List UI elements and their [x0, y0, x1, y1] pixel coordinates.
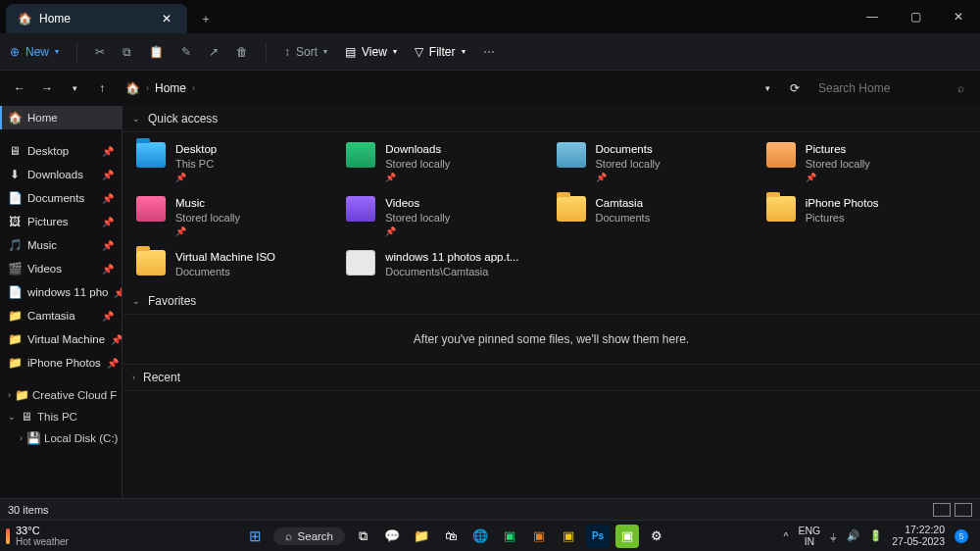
- close-window-button[interactable]: ✕: [937, 0, 980, 33]
- tab-close-icon[interactable]: ✕: [158, 10, 175, 27]
- refresh-button[interactable]: ⟳: [783, 76, 807, 100]
- quick-access-item[interactable]: MusicStored locally📌: [136, 196, 336, 238]
- app-icon[interactable]: ▣: [557, 525, 580, 548]
- battery-icon[interactable]: 🔋: [869, 529, 882, 542]
- sort-button[interactable]: ↕ Sort ▾: [284, 45, 327, 59]
- edge-icon[interactable]: 🌐: [468, 525, 492, 548]
- store-icon[interactable]: 🛍: [439, 525, 463, 548]
- wifi-icon[interactable]: ⏚: [830, 530, 837, 542]
- explorer-icon[interactable]: 📁: [410, 525, 433, 548]
- back-button[interactable]: ←: [8, 76, 31, 100]
- chat-icon[interactable]: 💬: [380, 525, 404, 548]
- quick-access-item[interactable]: DownloadsStored locally📌: [346, 142, 546, 184]
- pin-icon: 📌: [107, 358, 119, 369]
- tray-chevron-icon[interactable]: ^: [784, 530, 789, 542]
- tab-title: Home: [39, 12, 71, 25]
- task-view-button[interactable]: ⧉: [351, 525, 374, 548]
- cut-button[interactable]: ✂: [95, 45, 105, 59]
- photoshop-icon[interactable]: Ps: [586, 525, 610, 548]
- tiles-view-button[interactable]: [955, 503, 972, 517]
- sidebar-item-label: iPhone Photos: [27, 357, 101, 369]
- search-box[interactable]: ⌕: [810, 77, 972, 99]
- folder-icon: [766, 142, 796, 168]
- sidebar-item-creative-cloud[interactable]: › 📁 Creative Cloud F: [0, 384, 122, 406]
- sidebar-item-desktop[interactable]: 🖥Desktop📌: [0, 139, 122, 163]
- sidebar-item-camtasia[interactable]: 📁Camtasia📌: [0, 304, 122, 327]
- volume-icon[interactable]: 🔊: [847, 529, 859, 542]
- folder-icon: [766, 196, 796, 222]
- details-view-button[interactable]: [933, 503, 951, 517]
- copy-button[interactable]: ⧉: [122, 45, 131, 59]
- search-icon: ⌕: [285, 530, 292, 542]
- app-icon[interactable]: ▣: [527, 525, 551, 548]
- language-indicator[interactable]: ENG IN: [799, 526, 821, 546]
- quick-access-item[interactable]: VideosStored locally📌: [346, 196, 546, 238]
- folder-icon: 🖥: [8, 144, 22, 158]
- camtasia-icon[interactable]: ▣: [615, 525, 639, 548]
- sidebar-item-pictures[interactable]: 🖼Pictures📌: [0, 210, 122, 233]
- paste-button[interactable]: 📋: [149, 45, 164, 59]
- item-location: Documents\Camtasia: [385, 265, 518, 278]
- chevron-down-icon[interactable]: ▾: [63, 76, 86, 100]
- sidebar-item-local-disk[interactable]: › 💾 Local Disk (C:): [0, 427, 122, 449]
- item-location: Documents: [596, 211, 651, 225]
- tab-home[interactable]: 🏠 Home ✕: [6, 4, 187, 33]
- address-bar: ← → ▾ ↑ 🏠 › Home › ▾ ⟳ ⌕: [0, 71, 980, 106]
- section-quick-access[interactable]: ⌄ Quick access: [122, 106, 980, 132]
- chevron-down-icon: ▾: [393, 47, 397, 56]
- folder-icon: [136, 142, 166, 168]
- forward-button[interactable]: →: [35, 76, 59, 100]
- clock[interactable]: 17:22:20 27-05-2023: [892, 525, 945, 547]
- view-button[interactable]: ▤ View ▾: [345, 45, 397, 59]
- item-count: 30 items: [8, 504, 49, 516]
- sidebar-item-windows-11-pho[interactable]: 📄windows 11 pho📌: [0, 280, 122, 304]
- sidebar-item-virtual-machine[interactable]: 📁Virtual Machine📌: [0, 327, 122, 351]
- minimize-button[interactable]: ―: [851, 0, 894, 33]
- sidebar-item-videos[interactable]: 🎬Videos📌: [0, 257, 122, 280]
- start-button[interactable]: ⊞: [244, 525, 268, 548]
- quick-access-item[interactable]: DesktopThis PC📌: [136, 142, 336, 184]
- section-favorites[interactable]: ⌄ Favorites: [122, 288, 980, 315]
- folder-icon: 📁: [8, 356, 22, 370]
- app-icon[interactable]: ▣: [498, 525, 521, 548]
- up-button[interactable]: ↑: [90, 76, 114, 100]
- more-button[interactable]: ⋯: [483, 45, 495, 59]
- dropdown-button[interactable]: ▾: [756, 76, 779, 100]
- quick-access-item[interactable]: iPhone PhotosPictures: [766, 196, 966, 238]
- new-tab-button[interactable]: ＋: [191, 4, 220, 33]
- section-recent[interactable]: › Recent: [122, 364, 980, 391]
- new-button[interactable]: ⊕ New ▾: [10, 45, 59, 59]
- search-input[interactable]: [818, 81, 952, 95]
- filter-button[interactable]: ▽ Filter ▾: [415, 45, 466, 59]
- taskbar-search[interactable]: ⌕ Search: [273, 527, 345, 545]
- taskbar-weather[interactable]: 33°C Hot weather: [6, 525, 128, 547]
- sidebar-item-label: Home: [27, 112, 58, 124]
- sidebar-item-documents[interactable]: 📄Documents📌: [0, 186, 122, 210]
- sidebar-item-home[interactable]: 🏠 Home: [0, 106, 122, 129]
- pin-icon: 📌: [114, 287, 122, 298]
- folder-icon: [136, 250, 166, 276]
- sidebar-item-music[interactable]: 🎵Music📌: [0, 233, 122, 257]
- delete-button[interactable]: 🗑: [236, 45, 248, 59]
- breadcrumb[interactable]: 🏠 › Home ›: [118, 81, 203, 95]
- quick-access-item[interactable]: Virtual Machine ISODocuments: [136, 250, 336, 278]
- thermometer-icon: [6, 528, 10, 544]
- maximize-button[interactable]: ▢: [894, 0, 937, 33]
- sidebar-item-this-pc[interactable]: ⌄ 🖥 This PC: [0, 406, 122, 427]
- quick-access-item[interactable]: windows 11 photos app.t...Documents\Camt…: [346, 250, 546, 278]
- quick-access-item[interactable]: CamtasiaDocuments: [557, 196, 757, 238]
- breadcrumb-location[interactable]: Home: [155, 81, 186, 95]
- rename-button[interactable]: ✎: [181, 45, 191, 59]
- notification-badge[interactable]: 5: [955, 529, 968, 543]
- sidebar-item-label: Camtasia: [27, 310, 75, 322]
- share-button[interactable]: ↗: [209, 45, 219, 59]
- chevron-right-icon: ›: [146, 83, 149, 93]
- settings-icon[interactable]: ⚙: [645, 525, 668, 548]
- sidebar-item-downloads[interactable]: ⬇Downloads📌: [0, 163, 122, 186]
- quick-access-item[interactable]: PicturesStored locally📌: [766, 142, 966, 184]
- quick-access-item[interactable]: DocumentsStored locally📌: [557, 142, 757, 184]
- sidebar-item-label: Virtual Machine: [27, 333, 105, 345]
- ellipsis-icon: ⋯: [483, 45, 495, 59]
- pin-icon: 📌: [102, 311, 114, 322]
- sidebar-item-iphone-photos[interactable]: 📁iPhone Photos📌: [0, 351, 122, 375]
